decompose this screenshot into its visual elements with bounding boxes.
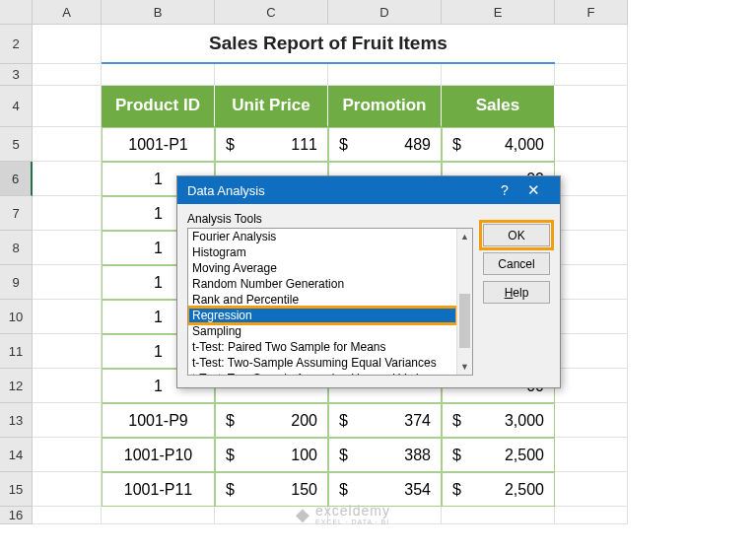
help-icon[interactable]: ? xyxy=(493,182,516,198)
analysis-tools-label: Analysis Tools xyxy=(187,212,473,226)
row-13[interactable]: 13 xyxy=(0,403,33,438)
row-14[interactable]: 14 xyxy=(0,438,33,472)
header-product-id: Product ID xyxy=(102,86,215,127)
scrollbar[interactable]: ▲ ▼ xyxy=(456,229,472,375)
dialog-title: Data Analysis xyxy=(187,183,265,198)
row-16[interactable]: 16 xyxy=(0,507,33,524)
table-cell[interactable]: $200 xyxy=(215,403,328,438)
table-cell[interactable]: $489 xyxy=(328,127,442,162)
table-cell[interactable]: $4,000 xyxy=(442,127,555,162)
table-cell[interactable]: $388 xyxy=(328,438,442,472)
cancel-button[interactable]: Cancel xyxy=(483,252,550,275)
row-4[interactable]: 4 xyxy=(0,86,33,127)
col-B[interactable]: B xyxy=(102,0,215,25)
scroll-up-icon[interactable]: ▲ xyxy=(457,229,472,244)
row-11[interactable]: 11 xyxy=(0,334,33,369)
watermark: ◆ exceldemy EXCEL · DATA · BI xyxy=(296,503,390,525)
data-analysis-dialog: Data Analysis ? ✕ Analysis Tools Fourier… xyxy=(176,175,561,388)
header-sales: Sales xyxy=(442,86,555,127)
help-button[interactable]: Help xyxy=(483,281,550,304)
table-cell[interactable]: 1001-P11 xyxy=(102,472,215,507)
cell-F2[interactable] xyxy=(555,25,628,64)
table-cell[interactable]: $374 xyxy=(328,403,442,438)
header-promotion: Promotion xyxy=(328,86,442,127)
row-7[interactable]: 7 xyxy=(0,196,33,231)
close-icon[interactable]: ✕ xyxy=(516,181,550,199)
list-item[interactable]: Rank and Percentile xyxy=(188,292,456,308)
row-2[interactable]: 2 xyxy=(0,25,33,64)
col-F[interactable]: F xyxy=(555,0,628,25)
cell-A2[interactable] xyxy=(33,25,102,64)
table-cell[interactable]: $2,500 xyxy=(442,438,555,472)
row-15[interactable]: 15 xyxy=(0,472,33,507)
table-cell[interactable]: 1001-P9 xyxy=(102,403,215,438)
analysis-tools-listbox[interactable]: Fourier Analysis Histogram Moving Averag… xyxy=(187,228,473,376)
table-cell[interactable]: $354 xyxy=(328,472,442,507)
list-item[interactable]: Histogram xyxy=(188,244,456,260)
table-cell[interactable]: $111 xyxy=(215,127,328,162)
corner-cell[interactable] xyxy=(0,0,33,25)
row-12[interactable]: 12 xyxy=(0,369,33,403)
list-item[interactable]: t-Test: Two-Sample Assuming Unequal Vari… xyxy=(188,371,456,375)
row-3[interactable]: 3 xyxy=(0,64,33,86)
list-item[interactable]: Random Number Generation xyxy=(188,276,456,292)
scroll-down-icon[interactable]: ▼ xyxy=(457,359,472,375)
table-cell[interactable]: $100 xyxy=(215,438,328,472)
row-10[interactable]: 10 xyxy=(0,300,33,334)
table-cell[interactable]: 1001-P1 xyxy=(102,127,215,162)
row-9[interactable]: 9 xyxy=(0,265,33,300)
list-item[interactable]: t-Test: Paired Two Sample for Means xyxy=(188,339,456,355)
table-cell[interactable]: 1001-P10 xyxy=(102,438,215,472)
list-item[interactable]: Sampling xyxy=(188,323,456,339)
row-5[interactable]: 5 xyxy=(0,127,33,162)
table-cell[interactable]: $3,000 xyxy=(442,403,555,438)
list-item[interactable]: Moving Average xyxy=(188,260,456,276)
list-item[interactable]: t-Test: Two-Sample Assuming Equal Varian… xyxy=(188,355,456,371)
col-C[interactable]: C xyxy=(215,0,328,25)
dialog-titlebar[interactable]: Data Analysis ? ✕ xyxy=(177,176,560,204)
row-8[interactable]: 8 xyxy=(0,231,33,265)
list-item-regression[interactable]: Regression xyxy=(188,308,456,323)
col-A[interactable]: A xyxy=(33,0,102,25)
table-cell[interactable]: $150 xyxy=(215,472,328,507)
list-item[interactable]: Fourier Analysis xyxy=(188,229,456,244)
scroll-track[interactable] xyxy=(457,244,472,359)
col-E[interactable]: E xyxy=(442,0,555,25)
col-D[interactable]: D xyxy=(328,0,442,25)
table-cell[interactable]: $2,500 xyxy=(442,472,555,507)
page-title: Sales Report of Fruit Items xyxy=(102,25,555,64)
header-unit-price: Unit Price xyxy=(215,86,328,127)
row-6[interactable]: 6 xyxy=(0,162,33,196)
logo-icon: ◆ xyxy=(296,504,309,525)
scroll-thumb[interactable] xyxy=(459,294,470,348)
ok-button[interactable]: OK xyxy=(483,224,550,246)
